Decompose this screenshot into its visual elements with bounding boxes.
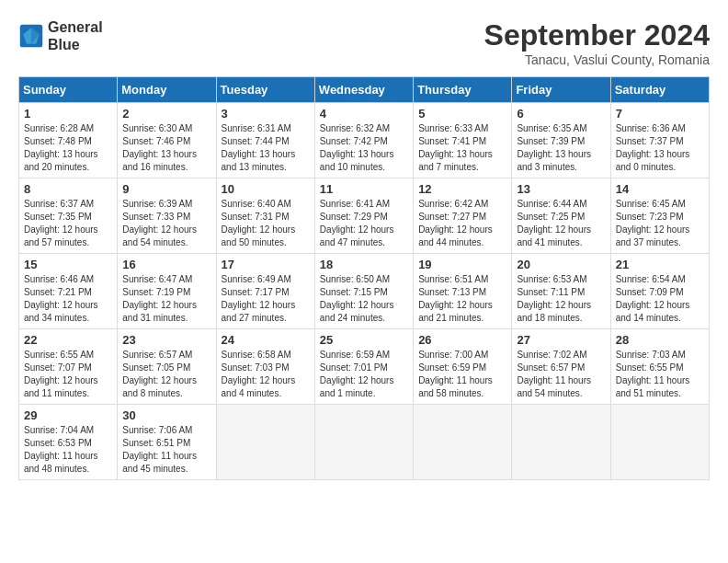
calendar-cell: 20 Sunrise: 6:53 AMSunset: 7:11 PMDaylig… — [512, 254, 610, 329]
calendar-cell: 19 Sunrise: 6:51 AMSunset: 7:13 PMDaylig… — [414, 254, 512, 329]
calendar-cell: 17 Sunrise: 6:49 AMSunset: 7:17 PMDaylig… — [216, 254, 314, 329]
day-info: Sunrise: 6:33 AMSunset: 7:41 PMDaylight:… — [418, 122, 506, 174]
day-info: Sunrise: 6:42 AMSunset: 7:27 PMDaylight:… — [418, 198, 506, 249]
day-number: 18 — [320, 258, 408, 271]
day-number: 16 — [122, 258, 210, 271]
day-info: Sunrise: 6:40 AMSunset: 7:31 PMDaylight:… — [222, 198, 310, 249]
weekday-header: Sunday — [19, 77, 118, 103]
day-info: Sunrise: 6:57 AMSunset: 7:05 PMDaylight:… — [122, 349, 210, 400]
calendar-cell: 10 Sunrise: 6:40 AMSunset: 7:31 PMDaylig… — [216, 178, 314, 254]
calendar-cell: 2 Sunrise: 6:30 AMSunset: 7:46 PMDayligh… — [118, 103, 216, 178]
calendar-cell: 30 Sunrise: 7:06 AMSunset: 6:51 PMDaylig… — [118, 405, 216, 480]
day-info: Sunrise: 6:41 AMSunset: 7:29 PMDaylight:… — [320, 198, 408, 249]
calendar-cell: 23 Sunrise: 6:57 AMSunset: 7:05 PMDaylig… — [118, 329, 216, 405]
day-number: 4 — [320, 107, 408, 121]
logo-text: General Blue — [48, 18, 103, 53]
day-info: Sunrise: 6:39 AMSunset: 7:33 PMDaylight:… — [122, 198, 210, 249]
day-info: Sunrise: 6:36 AMSunset: 7:37 PMDaylight:… — [616, 122, 704, 174]
day-info: Sunrise: 6:28 AMSunset: 7:48 PMDaylight:… — [24, 122, 112, 174]
day-info: Sunrise: 6:53 AMSunset: 7:11 PMDaylight:… — [517, 273, 605, 325]
location-title: Tanacu, Vaslui County, Romania — [484, 52, 710, 67]
day-number: 24 — [222, 333, 310, 347]
title-block: September 2024 Tanacu, Vaslui County, Ro… — [484, 18, 710, 67]
calendar-cell: 26 Sunrise: 7:00 AMSunset: 6:59 PMDaylig… — [414, 329, 512, 405]
calendar-cell — [314, 405, 413, 480]
day-info: Sunrise: 6:55 AMSunset: 7:07 PMDaylight:… — [24, 349, 112, 400]
calendar-cell: 18 Sunrise: 6:50 AMSunset: 7:15 PMDaylig… — [314, 254, 413, 329]
day-number: 8 — [24, 182, 112, 196]
day-info: Sunrise: 6:59 AMSunset: 7:01 PMDaylight:… — [320, 349, 408, 400]
calendar-cell: 21 Sunrise: 6:54 AMSunset: 7:09 PMDaylig… — [610, 254, 709, 329]
day-info: Sunrise: 6:32 AMSunset: 7:42 PMDaylight:… — [320, 122, 408, 174]
day-info: Sunrise: 6:50 AMSunset: 7:15 PMDaylight:… — [320, 273, 408, 325]
day-number: 21 — [616, 258, 704, 271]
calendar-cell: 29 Sunrise: 7:04 AMSunset: 6:53 PMDaylig… — [19, 405, 118, 480]
day-number: 12 — [418, 182, 506, 196]
day-info: Sunrise: 6:58 AMSunset: 7:03 PMDaylight:… — [222, 349, 310, 400]
calendar-cell: 5 Sunrise: 6:33 AMSunset: 7:41 PMDayligh… — [414, 103, 512, 178]
day-number: 10 — [222, 182, 310, 196]
day-info: Sunrise: 7:03 AMSunset: 6:55 PMDaylight:… — [616, 349, 704, 400]
day-number: 5 — [418, 107, 506, 121]
calendar-cell: 4 Sunrise: 6:32 AMSunset: 7:42 PMDayligh… — [314, 103, 413, 178]
calendar-cell: 28 Sunrise: 7:03 AMSunset: 6:55 PMDaylig… — [610, 329, 709, 405]
day-info: Sunrise: 7:04 AMSunset: 6:53 PMDaylight:… — [24, 424, 112, 476]
day-info: Sunrise: 6:30 AMSunset: 7:46 PMDaylight:… — [122, 122, 210, 174]
calendar-cell: 25 Sunrise: 6:59 AMSunset: 7:01 PMDaylig… — [314, 329, 413, 405]
day-number: 14 — [616, 182, 704, 196]
day-number: 11 — [320, 182, 408, 196]
day-number: 30 — [122, 408, 210, 422]
day-number: 28 — [616, 333, 704, 347]
calendar-cell — [414, 405, 512, 480]
weekday-header: Thursday — [414, 77, 512, 103]
day-info: Sunrise: 6:51 AMSunset: 7:13 PMDaylight:… — [418, 273, 506, 325]
day-info: Sunrise: 7:06 AMSunset: 6:51 PMDaylight:… — [122, 424, 210, 476]
day-number: 22 — [24, 333, 112, 347]
calendar-cell — [216, 405, 314, 480]
weekday-header: Tuesday — [216, 77, 314, 103]
day-info: Sunrise: 7:00 AMSunset: 6:59 PMDaylight:… — [418, 349, 506, 400]
calendar-cell: 13 Sunrise: 6:44 AMSunset: 7:25 PMDaylig… — [512, 178, 610, 254]
day-number: 25 — [320, 333, 408, 347]
day-info: Sunrise: 7:02 AMSunset: 6:57 PMDaylight:… — [517, 349, 605, 400]
day-number: 27 — [517, 333, 605, 347]
day-info: Sunrise: 6:31 AMSunset: 7:44 PMDaylight:… — [222, 122, 310, 174]
day-number: 7 — [616, 107, 704, 121]
day-number: 29 — [24, 408, 112, 422]
day-number: 15 — [24, 258, 112, 271]
general-blue-logo-icon — [18, 23, 44, 49]
calendar-cell: 9 Sunrise: 6:39 AMSunset: 7:33 PMDayligh… — [118, 178, 216, 254]
day-number: 1 — [24, 107, 112, 121]
calendar-cell: 3 Sunrise: 6:31 AMSunset: 7:44 PMDayligh… — [216, 103, 314, 178]
day-number: 9 — [122, 182, 210, 196]
day-number: 17 — [222, 258, 310, 271]
calendar-cell: 8 Sunrise: 6:37 AMSunset: 7:35 PMDayligh… — [19, 178, 118, 254]
weekday-header: Saturday — [610, 77, 709, 103]
weekday-header: Monday — [118, 77, 216, 103]
day-number: 6 — [517, 107, 605, 121]
weekday-header: Friday — [512, 77, 610, 103]
calendar-cell: 1 Sunrise: 6:28 AMSunset: 7:48 PMDayligh… — [19, 103, 118, 178]
day-info: Sunrise: 6:47 AMSunset: 7:19 PMDaylight:… — [122, 273, 210, 325]
calendar-cell — [512, 405, 610, 480]
day-info: Sunrise: 6:44 AMSunset: 7:25 PMDaylight:… — [517, 198, 605, 249]
calendar-cell: 27 Sunrise: 7:02 AMSunset: 6:57 PMDaylig… — [512, 329, 610, 405]
day-info: Sunrise: 6:54 AMSunset: 7:09 PMDaylight:… — [616, 273, 704, 325]
calendar-cell: 16 Sunrise: 6:47 AMSunset: 7:19 PMDaylig… — [118, 254, 216, 329]
calendar-cell: 22 Sunrise: 6:55 AMSunset: 7:07 PMDaylig… — [19, 329, 118, 405]
calendar-cell: 11 Sunrise: 6:41 AMSunset: 7:29 PMDaylig… — [314, 178, 413, 254]
day-number: 20 — [517, 258, 605, 271]
day-number: 13 — [517, 182, 605, 196]
logo: General Blue — [18, 18, 103, 53]
calendar-cell: 24 Sunrise: 6:58 AMSunset: 7:03 PMDaylig… — [216, 329, 314, 405]
calendar-cell: 6 Sunrise: 6:35 AMSunset: 7:39 PMDayligh… — [512, 103, 610, 178]
page-header: General Blue September 2024 Tanacu, Vasl… — [18, 18, 710, 67]
day-info: Sunrise: 6:45 AMSunset: 7:23 PMDaylight:… — [616, 198, 704, 249]
calendar-cell: 14 Sunrise: 6:45 AMSunset: 7:23 PMDaylig… — [610, 178, 709, 254]
day-number: 23 — [122, 333, 210, 347]
calendar-cell: 12 Sunrise: 6:42 AMSunset: 7:27 PMDaylig… — [414, 178, 512, 254]
day-number: 19 — [418, 258, 506, 271]
day-info: Sunrise: 6:49 AMSunset: 7:17 PMDaylight:… — [222, 273, 310, 325]
calendar-cell — [610, 405, 709, 480]
day-info: Sunrise: 6:46 AMSunset: 7:21 PMDaylight:… — [24, 273, 112, 325]
